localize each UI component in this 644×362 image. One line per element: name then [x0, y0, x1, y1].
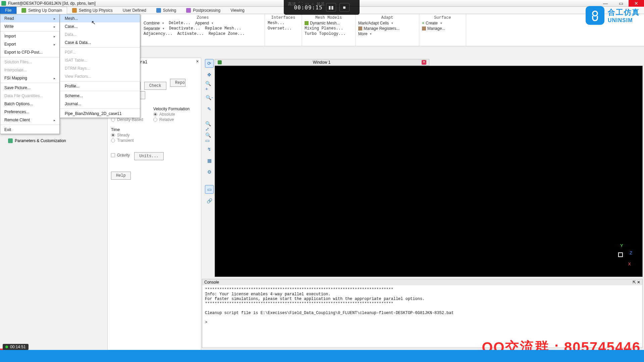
radio-steady[interactable]: Steady	[111, 133, 198, 137]
time-label: Time	[111, 127, 198, 132]
menu-export[interactable]: Export▸	[0, 40, 59, 48]
recording-badge: 00:14:51	[3, 344, 29, 350]
meshmodels-dynamic[interactable]: Dynamic Mesh...	[305, 21, 340, 25]
read-data: Data...	[60, 31, 140, 39]
zones-replace-zone[interactable]: Replace Zone...	[209, 32, 245, 36]
gravity-checkbox[interactable]: Gravity	[111, 153, 130, 158]
viewport[interactable]: YZX	[215, 66, 643, 277]
tab-viewing[interactable]: Viewing	[225, 7, 250, 14]
viewport-toolstrip: ⟳ ✥ 🔍+ 🔍- ✎ 🔍⤢ 🔍▭ ↯ ▦ ⚙ ▭ 🔗	[205, 59, 214, 205]
read-recent[interactable]: Pipe_BianZhiWang_2D_case11	[60, 110, 140, 118]
read-journal[interactable]: Journal...	[60, 100, 140, 108]
task-close-icon[interactable]: ✕	[195, 59, 200, 64]
close-button[interactable]: ✕	[629, 0, 644, 7]
zones-adjacency[interactable]: Adjacency...	[144, 32, 172, 36]
read-profile[interactable]: Profile...	[60, 82, 140, 90]
group-zones-label: Zones	[144, 15, 262, 20]
tool-axes-icon[interactable]: ↯	[205, 145, 214, 154]
zones-replace-mesh[interactable]: Replace Mesh...	[205, 26, 241, 31]
zones-delete[interactable]: Delete...	[169, 21, 191, 25]
tool-refresh-icon[interactable]: ⟳	[205, 59, 214, 68]
menu-fsi[interactable]: FSI Mapping▸	[0, 74, 59, 82]
tool-snapshot-icon[interactable]: ▦	[205, 156, 214, 165]
check-button[interactable]: Check	[144, 82, 166, 90]
viewport-tab-close-icon[interactable]: ✕	[422, 60, 426, 65]
tool-move-icon[interactable]: ✥	[205, 70, 214, 79]
console-close-icon[interactable]: ✕	[637, 280, 640, 285]
tab-postprocessing[interactable]: Postprocessing	[181, 7, 225, 14]
radio-density-based[interactable]: Density-Based	[111, 117, 143, 122]
menu-exit[interactable]: Exit	[0, 126, 59, 134]
menu-interpolate: Interpolate...	[0, 66, 59, 74]
read-scheme[interactable]: Scheme...	[60, 92, 140, 100]
zones-separate[interactable]: Separate▾	[144, 26, 164, 31]
group-surface-label: Surface	[422, 15, 463, 20]
uninsim-logo: 合工仿真UNINSIM	[586, 6, 640, 25]
parameters-icon	[8, 138, 13, 143]
hd-label: 高清	[288, 1, 296, 7]
menu-prefs[interactable]: Preferences...	[0, 108, 59, 116]
radio-transient[interactable]: Transient	[111, 138, 198, 143]
menu-export-cfd[interactable]: Export to CFD-Post...	[0, 48, 59, 56]
units-button[interactable]: Units...	[134, 152, 164, 160]
interfaces-mesh[interactable]: Mesh...	[268, 21, 284, 25]
read-pdf: PDF...	[60, 48, 140, 56]
zones-deactivate[interactable]: Deactivate...	[169, 26, 201, 31]
adapt-more[interactable]: More▾	[358, 32, 372, 36]
tool-config-icon[interactable]: ⚙	[205, 168, 214, 176]
menu-save-picture[interactable]: Save Picture...	[0, 84, 59, 92]
record-pause-button[interactable]: ▮▮	[326, 3, 336, 12]
menu-remote[interactable]: Remote Client▸	[0, 116, 59, 124]
viewport-tab[interactable]: Window 1 ✕	[215, 59, 429, 66]
read-case[interactable]: Case...	[60, 22, 140, 31]
tree-parameters[interactable]: Parameters & Customization	[8, 138, 66, 143]
radio-absolute[interactable]: Absolute	[153, 112, 190, 117]
report-quality-button[interactable]: Report	[170, 79, 185, 87]
menu-dfq: Data File Quantities...	[0, 92, 59, 100]
record-stop-button[interactable]: ■	[339, 3, 350, 12]
maximize-button[interactable]: ▭	[613, 0, 629, 7]
read-dtrm: DTRM Rays...	[60, 64, 140, 72]
file-menu: Read▸ Write▸ Import▸ Export▸ Export to C…	[0, 14, 60, 134]
tab-setting-up-domain[interactable]: Setting Up Domain	[16, 7, 67, 14]
minimize-button[interactable]: —	[598, 0, 613, 7]
viewport-tab-icon	[218, 60, 222, 64]
console-text[interactable]: ****************************************…	[202, 285, 642, 327]
tool-fit-icon[interactable]: 🔍⤢	[205, 122, 214, 131]
console-undock-icon[interactable]: ⇱	[633, 280, 636, 285]
tool-zoom-out-icon[interactable]: 🔍-	[205, 93, 214, 102]
menu-read[interactable]: Read▸	[0, 14, 59, 22]
meshmodels-mixing[interactable]: Mixing Planes...	[305, 26, 343, 31]
tool-zoom-box-icon[interactable]: 🔍▭	[205, 133, 214, 142]
tab-solving[interactable]: Solving	[151, 7, 181, 14]
tool-zoom-in-icon[interactable]: 🔍+	[205, 82, 214, 90]
adapt-manage[interactable]: Manage Registers...	[358, 26, 399, 31]
tool-select-icon[interactable]: ▭	[205, 185, 214, 194]
tab-file[interactable]: File	[0, 7, 16, 14]
tab-user-defined[interactable]: User Defined	[118, 7, 151, 14]
surface-create[interactable]: +Create▾	[422, 21, 442, 25]
tab-setting-up-physics[interactable]: Setting Up Physics	[67, 7, 118, 14]
read-isat: ISAT Table...	[60, 56, 140, 64]
axis-triad: YZX	[609, 243, 632, 266]
surface-manage[interactable]: Manage...	[422, 26, 445, 31]
zones-combine[interactable]: Combine▾	[144, 21, 164, 25]
zones-activate[interactable]: Activate...	[177, 32, 204, 36]
read-case-data[interactable]: Case & Data...	[60, 39, 140, 47]
read-mesh[interactable]: Mesh...	[60, 14, 140, 22]
menu-solution-files: Solution Files...	[0, 58, 59, 66]
tool-probe-icon[interactable]: ✎	[205, 105, 214, 113]
menu-batch[interactable]: Batch Options...	[0, 100, 59, 108]
zones-append[interactable]: Append▾	[195, 21, 213, 25]
console-label: Console	[204, 280, 219, 285]
help-button[interactable]: Help	[111, 172, 131, 180]
tool-link-icon[interactable]: 🔗	[205, 196, 214, 205]
adapt-mark[interactable]: Mark/Adapt Cells▾	[358, 21, 393, 25]
interfaces-overset[interactable]: Overset...	[268, 26, 292, 31]
menu-write[interactable]: Write▸	[0, 22, 59, 31]
meshmodels-turbo[interactable]: Turbo Topology...	[305, 32, 345, 36]
read-submenu: Mesh... Case... Data... Case & Data... P…	[60, 14, 140, 118]
menu-import[interactable]: Import▸	[0, 32, 59, 40]
radio-relative[interactable]: Relative	[153, 117, 190, 122]
velocity-label: Velocity Formulation	[153, 107, 190, 111]
